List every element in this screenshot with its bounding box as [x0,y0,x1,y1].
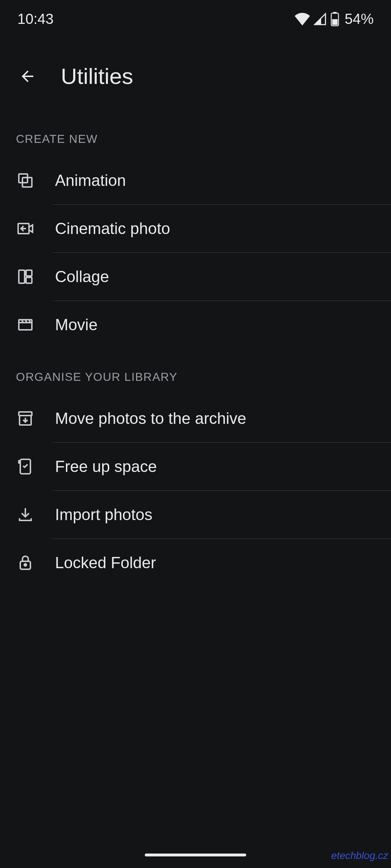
list-item-collage[interactable]: Collage [0,253,391,301]
list-item-label: Free up space [55,458,157,476]
cinematic-photo-icon [16,219,35,238]
arrow-back-icon [19,68,36,85]
battery-icon [330,12,340,26]
svg-rect-1 [333,12,337,14]
archive-icon [16,409,35,428]
list-item-movie[interactable]: Movie [0,301,391,349]
svg-rect-2 [332,19,337,25]
list-item-label: Import photos [55,506,152,524]
watermark: etechblog.cz [331,850,388,861]
svg-rect-7 [26,270,32,276]
page-title: Utilities [61,63,133,89]
collage-icon [16,267,35,286]
list-item-label: Move photos to the archive [55,409,246,427]
wifi-icon [295,13,310,26]
section-header-create: CREATE NEW [0,111,391,157]
svg-rect-6 [19,270,25,283]
status-bar: 10:43 54% [0,0,391,34]
import-icon [16,505,35,524]
app-header: Utilities [0,34,391,111]
status-time: 10:43 [17,11,54,27]
list-item-free-space[interactable]: Free up space [0,443,391,490]
svg-rect-8 [26,277,32,283]
free-space-icon [16,457,35,476]
list-item-archive[interactable]: Move photos to the archive [0,395,391,442]
section-header-organise: ORGANISE YOUR LIBRARY [0,349,391,395]
back-button[interactable] [17,66,38,86]
list-item-animation[interactable]: Animation [0,157,391,204]
list-item-label: Collage [55,268,109,286]
movie-icon [16,315,35,334]
battery-percent: 54% [345,11,374,27]
list-item-label: Movie [55,316,97,334]
list-item-label: Animation [55,171,126,190]
animation-icon [16,171,35,190]
svg-point-14 [24,564,26,566]
status-icons: 54% [295,11,374,27]
list-item-label: Cinematic photo [55,220,170,238]
signal-icon [314,13,327,26]
list-item-locked-folder[interactable]: Locked Folder [0,539,391,587]
list-item-import[interactable]: Import photos [0,491,391,539]
lock-icon [16,553,35,572]
list-item-label: Locked Folder [55,554,156,572]
navigation-handle[interactable] [145,854,246,856]
list-item-cinematic[interactable]: Cinematic photo [0,205,391,252]
